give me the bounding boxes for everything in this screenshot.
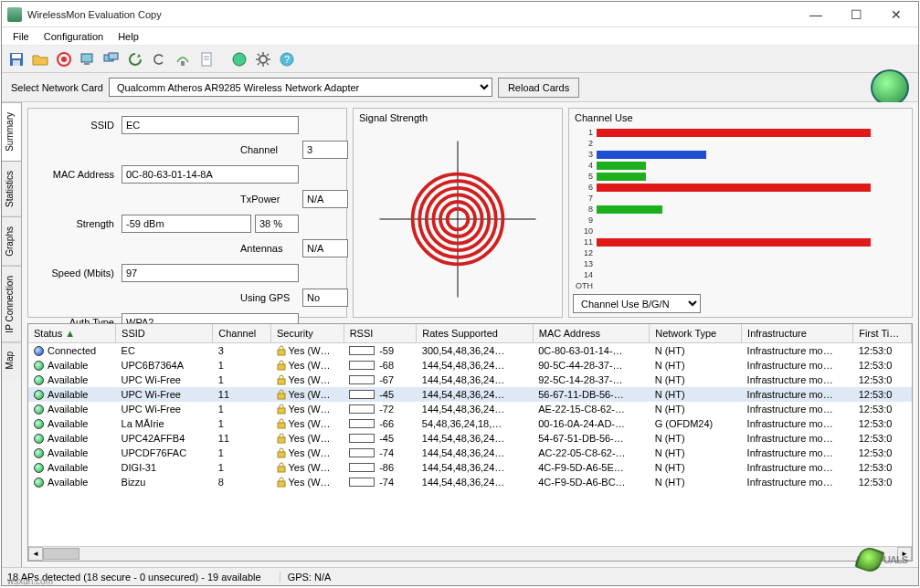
save-icon[interactable]	[5, 48, 27, 70]
col-header[interactable]: Network Type	[650, 324, 742, 343]
channel-row-4: 4	[573, 160, 908, 171]
close-button[interactable]: ✕	[876, 3, 916, 26]
col-header[interactable]: Channel	[213, 324, 271, 343]
network-card-select[interactable]: Qualcomm Atheros AR9285 Wireless Network…	[109, 78, 492, 97]
gear-icon[interactable]	[252, 48, 274, 70]
table-row[interactable]: AvailableBizzu8Yes (W…-74144,54,48,36,24…	[28, 475, 912, 489]
signal-radar	[357, 125, 558, 313]
col-header[interactable]: Infrastructure	[742, 324, 853, 343]
status-dot-icon	[34, 404, 44, 415]
card-selector-label: Select Network Card	[11, 82, 103, 93]
minimize-button[interactable]: —	[796, 3, 836, 26]
status-gps: GPS: N/A	[280, 572, 332, 583]
strength-value: -59 dBm	[122, 215, 251, 233]
signal-strength-panel: Signal Strength	[353, 108, 563, 318]
col-header[interactable]: Security	[271, 324, 344, 343]
doc-icon[interactable]	[196, 48, 217, 70]
signal1-icon[interactable]	[172, 48, 194, 70]
status-dot-icon	[34, 463, 44, 473]
lock-icon	[277, 389, 286, 400]
tab-graphs[interactable]: Graphs	[2, 216, 21, 266]
svg-rect-5	[81, 54, 92, 62]
speed-value: 97	[122, 264, 299, 282]
svg-rect-31	[278, 437, 285, 443]
channel-row-2: 2	[573, 138, 908, 149]
table-row[interactable]: AvailableUPC Wi-Free11Yes (W…-45144,54,4…	[28, 387, 912, 402]
menu-help[interactable]: Help	[111, 29, 146, 44]
connection-fields: SSID EC Channel 3 MAC Address 0C-80-63-0…	[27, 108, 347, 318]
channel-row-5: 5	[573, 171, 908, 182]
status-text: Available	[48, 374, 88, 385]
table-row[interactable]: AvailableUPC6B7364A1Yes (W…-68144,54,48,…	[28, 358, 912, 373]
channel-row-OTH: OTH	[573, 280, 908, 291]
channel-use-panel: Channel Use 1234567891011121314OTH Chann…	[568, 108, 913, 318]
svg-rect-26	[278, 364, 285, 370]
table-row[interactable]: AvailableLa MĂIrie1Yes (W…-6654,48,36,24…	[28, 416, 912, 431]
table-scrollbar[interactable]: ◄ ►	[28, 546, 912, 561]
channel-use-select[interactable]: Channel Use B/G/N	[573, 294, 701, 313]
table-row[interactable]: AvailableUPC Wi-Free1Yes (W…-72144,54,48…	[28, 402, 912, 416]
col-header[interactable]: First Ti…	[853, 324, 912, 343]
svg-rect-29	[278, 408, 285, 414]
lock-icon	[277, 447, 286, 458]
speed-label: Speed (Mbits)	[36, 264, 118, 286]
signal-strength-title: Signal Strength	[357, 112, 558, 125]
target-icon[interactable]	[53, 48, 75, 70]
lock-icon	[277, 404, 286, 415]
channel-row-13: 13	[573, 258, 908, 269]
statusbar: 18 APs detected (18 secure - 0 unsecured…	[2, 567, 918, 585]
tab-ip-connection[interactable]: IP Connection	[2, 266, 21, 342]
table-row[interactable]: ConnectedEC3Yes (W…-59300,54,48,36,24…0C…	[28, 343, 912, 359]
channel-label: 6	[573, 183, 593, 192]
status-text: Connected	[48, 345, 96, 356]
tab-map[interactable]: Map	[2, 341, 21, 378]
status-dot-icon	[34, 346, 44, 356]
reload1-icon[interactable]	[124, 48, 146, 70]
app-window: WirelessMon Evaluation Copy — ☐ ✕ File C…	[1, 1, 919, 586]
table-row[interactable]: AvailableUPC42AFFB411Yes (W…-45144,54,48…	[28, 431, 912, 446]
channel-row-14: 14	[573, 269, 908, 280]
monitor1-icon[interactable]	[77, 48, 99, 70]
watermark: APUALS	[855, 548, 907, 572]
svg-rect-2	[13, 60, 20, 66]
channel-bar	[597, 162, 646, 170]
channel-label: 4	[573, 161, 593, 170]
globe-icon[interactable]	[871, 69, 909, 106]
col-header[interactable]: MAC Address	[533, 324, 649, 343]
channel-row-11: 11	[573, 236, 908, 247]
channel-label: 8	[573, 205, 593, 214]
reload2-icon[interactable]	[148, 48, 170, 70]
txpower-label: TxPower	[240, 190, 299, 212]
channel-bar	[597, 205, 662, 214]
open-icon[interactable]	[29, 48, 51, 70]
table-row[interactable]: AvailableUPCDF76FAC1Yes (W…-74144,54,48,…	[28, 446, 912, 460]
help-icon[interactable]: ?	[276, 48, 298, 70]
maximize-button[interactable]: ☐	[836, 3, 876, 26]
toolbar: ?	[2, 46, 918, 73]
table-row[interactable]: AvailableDIGI-311Yes (W…-86144,54,48,36,…	[28, 460, 912, 475]
mac-value: 0C-80-63-01-14-8A	[122, 165, 299, 184]
monitor2-icon[interactable]	[100, 48, 122, 70]
menu-configuration[interactable]: Configuration	[37, 29, 111, 44]
channel-label: OTH	[573, 281, 593, 290]
table-row[interactable]: AvailableUPC Wi-Free1Yes (W…-67144,54,48…	[28, 373, 912, 387]
col-header[interactable]: Rates Supported	[417, 324, 533, 343]
col-header[interactable]: SSID	[116, 324, 213, 343]
world-icon[interactable]	[228, 48, 250, 70]
col-header[interactable]: RSSI	[344, 324, 417, 343]
menu-file[interactable]: File	[5, 29, 37, 44]
lock-icon	[277, 477, 286, 488]
col-header[interactable]: Status ▲	[28, 324, 116, 343]
svg-rect-1	[12, 54, 21, 58]
tab-statistics[interactable]: Statistics	[2, 161, 21, 216]
status-dot-icon	[34, 361, 44, 371]
svg-text:?: ?	[284, 54, 290, 65]
svg-point-4	[61, 57, 67, 62]
channel-bar	[597, 238, 871, 247]
scroll-thumb[interactable]	[43, 548, 79, 560]
tab-summary[interactable]: Summary	[2, 102, 21, 161]
channel-row-10: 10	[573, 226, 908, 236]
reload-cards-button[interactable]: Reload Cards	[498, 78, 579, 98]
status-dot-icon	[34, 390, 44, 400]
scroll-left-icon[interactable]: ◄	[28, 547, 43, 561]
